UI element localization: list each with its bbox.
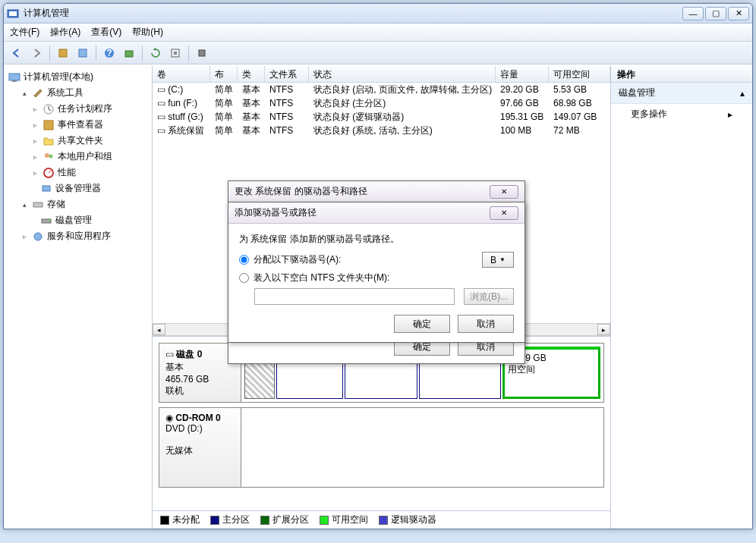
- drive-icon: ▭: [157, 84, 165, 95]
- dialog1-titlebar[interactable]: 更改 系统保留 的驱动器号和路径 ✕: [228, 181, 524, 202]
- toolbar-icon-2[interactable]: [74, 45, 91, 61]
- forward-button[interactable]: [28, 45, 45, 61]
- computer-icon: [8, 71, 20, 83]
- caret-down-icon: ▴: [20, 200, 29, 209]
- legend: 未分配 主分区 扩展分区 可用空间 逻辑驱动器: [153, 510, 610, 529]
- browse-button: 浏览(B)...: [464, 288, 514, 305]
- dialog2-cancel-button[interactable]: 取消: [458, 315, 514, 333]
- drive-letter-select[interactable]: B▼: [482, 252, 514, 268]
- refresh-icon[interactable]: [147, 45, 164, 61]
- menubar: 文件(F) 操作(A) 查看(V) 帮助(H): [4, 24, 752, 42]
- svg-point-20: [49, 220, 50, 221]
- svg-rect-1: [9, 11, 17, 16]
- close-button[interactable]: ✕: [728, 7, 749, 20]
- toolbar-icon-5[interactable]: [194, 45, 210, 61]
- services-icon: [32, 231, 44, 243]
- menu-action[interactable]: 操作(A): [50, 26, 80, 39]
- storage-icon: [32, 199, 44, 211]
- titlebar[interactable]: 计算机管理 — ▢ ✕: [4, 4, 752, 24]
- tree-services[interactable]: ▹服务和应用程序: [4, 228, 152, 244]
- col-status[interactable]: 状态: [309, 66, 496, 82]
- app-icon: [7, 8, 19, 20]
- scroll-right-icon[interactable]: ▸: [597, 324, 610, 335]
- help-icon[interactable]: ?: [101, 45, 118, 61]
- svg-point-21: [34, 233, 42, 240]
- svg-point-14: [45, 153, 49, 158]
- device-icon: [40, 183, 52, 195]
- window-title: 计算机管理: [24, 7, 682, 20]
- svg-point-15: [49, 154, 53, 158]
- col-capacity[interactable]: 容量: [496, 66, 549, 82]
- col-volume[interactable]: 卷: [153, 66, 210, 82]
- assign-letter-radio[interactable]: [239, 255, 249, 265]
- navigation-tree: 计算机管理(本地) ▴系统工具 ▹任务计划程序 ▹事件查看器 ▹共享文件夹 ▹本…: [4, 66, 153, 529]
- table-row[interactable]: ▭ 系统保留简单基本NTFS状态良好 (系统, 活动, 主分区)100 MB72…: [153, 124, 610, 137]
- col-layout[interactable]: 布局: [210, 66, 238, 82]
- chevron-right-icon: ▸: [728, 109, 732, 120]
- tree-systools[interactable]: ▴系统工具: [4, 85, 152, 101]
- svg-rect-2: [59, 49, 67, 57]
- tree-root[interactable]: 计算机管理(本地): [4, 69, 152, 85]
- svg-rect-6: [125, 51, 133, 57]
- dialog2-close-button[interactable]: ✕: [490, 206, 518, 220]
- cdrom-icon: ◉: [165, 413, 173, 423]
- event-icon: [43, 119, 55, 131]
- dialog2-ok-button[interactable]: 确定: [394, 315, 450, 333]
- caret-right-icon: ▹: [31, 105, 39, 113]
- drive-icon: ▭: [157, 111, 165, 122]
- tree-diskmgmt[interactable]: 磁盘管理: [4, 212, 152, 228]
- svg-rect-18: [33, 202, 43, 207]
- table-row[interactable]: ▭ fun (F:)简单基本NTFS状态良好 (主分区)97.66 GB68.9…: [153, 96, 610, 110]
- back-button[interactable]: [8, 45, 25, 61]
- actions-panel: 操作 磁盘管理▴ 更多操作▸: [611, 66, 752, 529]
- toolbar-icon-3[interactable]: [121, 45, 137, 61]
- tree-eventviewer[interactable]: ▹事件查看器: [4, 117, 152, 133]
- svg-rect-13: [44, 121, 53, 130]
- col-fs[interactable]: 文件系统: [265, 66, 309, 82]
- table-row[interactable]: ▭ stuff (G:)简单基本NTFS状态良好 (逻辑驱动器)195.31 G…: [153, 110, 610, 124]
- toolbar-icon-4[interactable]: [167, 45, 184, 61]
- dialog1-close-button[interactable]: ✕: [490, 185, 518, 199]
- disk-row-cdrom[interactable]: ◉ CD-ROM 0 DVD (D:) 无媒体: [159, 407, 604, 488]
- svg-text:?: ?: [106, 48, 112, 58]
- caret-right-icon: ▹: [31, 168, 39, 177]
- minimize-button[interactable]: —: [682, 7, 704, 20]
- drive-icon: ▭: [157, 125, 165, 136]
- actions-header: 操作: [611, 66, 752, 83]
- svg-rect-3: [79, 49, 87, 57]
- tree-users[interactable]: ▹本地用户和组: [4, 149, 152, 165]
- chevron-down-icon: ▼: [499, 256, 506, 263]
- users-icon: [43, 151, 55, 163]
- tree-scheduler[interactable]: ▹任务计划程序: [4, 101, 152, 117]
- menu-file[interactable]: 文件(F): [10, 26, 39, 39]
- folder-icon: [43, 135, 55, 147]
- toolbar: ?: [4, 42, 752, 64]
- dialog2-titlebar[interactable]: 添加驱动器号或路径 ✕: [228, 202, 524, 224]
- tree-storage[interactable]: ▴存储: [4, 196, 152, 212]
- col-type[interactable]: 类型: [238, 66, 265, 82]
- menu-help[interactable]: 帮助(H): [132, 26, 163, 39]
- svg-rect-17: [43, 186, 50, 191]
- perf-icon: [43, 167, 55, 179]
- caret-right-icon: ▹: [31, 137, 39, 145]
- table-row[interactable]: ▭ (C:)简单基本NTFS状态良好 (启动, 页面文件, 故障转储, 主分区)…: [153, 83, 610, 96]
- tools-icon: [32, 87, 44, 99]
- add-drive-letter-dialog: 添加驱动器号或路径 ✕ 为 系统保留 添加新的驱动器号或路径。 分配以下驱动器号…: [228, 202, 525, 343]
- disk-graphical-view: ▭ 磁盘 0 基本 465.76 GB 联机 43.49 GB 用空间: [153, 336, 610, 529]
- tree-devmgr[interactable]: 设备管理器: [4, 180, 152, 196]
- tree-shared[interactable]: ▹共享文件夹: [4, 133, 152, 149]
- disk-icon: ▭: [165, 349, 174, 359]
- maximize-button[interactable]: ▢: [705, 7, 726, 20]
- tree-perf[interactable]: ▹性能: [4, 165, 152, 180]
- drive-icon: ▭: [157, 98, 165, 108]
- actions-diskmgmt[interactable]: 磁盘管理▴: [611, 83, 752, 104]
- actions-more[interactable]: 更多操作▸: [611, 104, 752, 124]
- col-free[interactable]: 可用空间: [549, 66, 610, 82]
- clock-icon: [43, 103, 55, 115]
- toolbar-icon-1[interactable]: [55, 45, 71, 61]
- mount-path-input: [254, 288, 455, 305]
- mount-folder-radio[interactable]: [239, 273, 249, 283]
- caret-down-icon: ▴: [20, 89, 29, 97]
- menu-view[interactable]: 查看(V): [91, 26, 121, 39]
- scroll-left-icon[interactable]: ◂: [153, 324, 165, 335]
